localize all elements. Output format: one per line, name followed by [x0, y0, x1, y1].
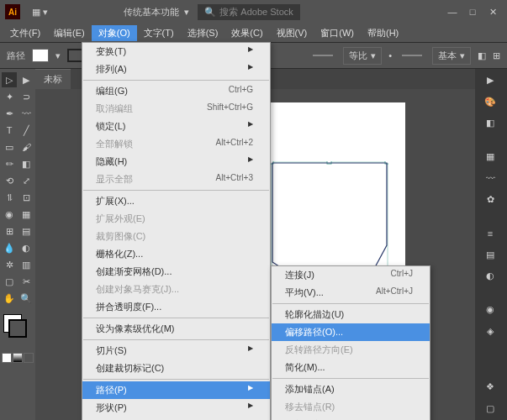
submenu-divide-below[interactable]: 分割下方对象(D): [272, 416, 430, 420]
opacity-icon[interactable]: ◧: [478, 50, 486, 61]
submenu-simplify[interactable]: 简化(M)...: [272, 359, 430, 376]
artboards-panel-icon[interactable]: ▢: [478, 401, 502, 417]
menu-gradient-mesh[interactable]: 创建渐变网格(D)...: [82, 263, 270, 281]
color-guide-panel-icon[interactable]: ◧: [478, 115, 502, 131]
menu-pixel-perfect[interactable]: 设为像素级优化(M): [82, 320, 270, 338]
symbols-panel-icon[interactable]: ✿: [478, 192, 502, 207]
menu-ungroup[interactable]: 取消编组Shift+Ctrl+G: [82, 100, 270, 118]
shape-builder-tool[interactable]: ◉: [2, 207, 17, 222]
menu-hide[interactable]: 隐藏(H): [82, 153, 270, 171]
stroke-profile[interactable]: [402, 55, 422, 56]
submenu-join[interactable]: 连接(J)Ctrl+J: [272, 266, 430, 284]
column-graph-tool[interactable]: ▥: [18, 257, 34, 272]
submenu-add-anchor[interactable]: 添加锚点(A): [272, 381, 430, 398]
perspective-grid-tool[interactable]: ▦: [18, 207, 34, 222]
color-mode-none[interactable]: [24, 353, 34, 363]
blend-tool[interactable]: ◐: [18, 240, 34, 255]
direct-selection-tool[interactable]: ▶: [18, 72, 34, 87]
menu-edit[interactable]: 编辑(E): [47, 25, 92, 41]
type-tool[interactable]: T: [2, 123, 17, 138]
document-tab[interactable]: 未标: [35, 69, 71, 89]
width-tool[interactable]: ⥮: [2, 190, 17, 205]
submenu-average[interactable]: 平均(V)...Alt+Ctrl+J: [272, 284, 430, 302]
paintbrush-tool[interactable]: 🖌: [18, 139, 34, 155]
slice-tool[interactable]: ✂: [18, 274, 34, 289]
scale-tool[interactable]: ⤢: [18, 173, 34, 188]
menu-view[interactable]: 视图(V): [270, 25, 314, 41]
submenu-remove-anchor[interactable]: 移去锚点(R): [272, 398, 430, 416]
menu-path[interactable]: 路径(P): [82, 381, 270, 399]
menu-slice[interactable]: 切片(S): [82, 342, 270, 360]
free-transform-tool[interactable]: ⊡: [18, 190, 34, 205]
scale-dropdown[interactable]: 等比 ▾: [343, 47, 382, 65]
workspace-switcher[interactable]: 传统基本功能▾: [124, 6, 189, 18]
chevron-down-icon[interactable]: ▾: [55, 50, 61, 61]
stroke-color[interactable]: [8, 319, 27, 338]
menu-rasterize[interactable]: 栅格化(Z)...: [82, 245, 270, 263]
menu-crop-image[interactable]: 裁剪图像(C): [82, 228, 270, 245]
submenu-reverse[interactable]: 反转路径方向(E): [272, 341, 430, 359]
lasso-tool[interactable]: ⊃: [18, 89, 34, 104]
swatches-panel-icon[interactable]: ▦: [478, 149, 502, 165]
color-mode-solid[interactable]: [2, 353, 12, 363]
submenu-offset-path[interactable]: 偏移路径(O)...: [272, 323, 430, 341]
menu-expand[interactable]: 扩展(X)...: [82, 192, 270, 210]
menu-lock[interactable]: 锁定(L): [82, 118, 270, 135]
appearance-panel-icon[interactable]: ◉: [478, 302, 502, 318]
shaper-tool[interactable]: ✏: [2, 156, 17, 171]
symbol-sprayer-tool[interactable]: ✲: [2, 257, 17, 272]
selection-tool[interactable]: ▷: [2, 72, 17, 87]
magic-wand-tool[interactable]: ✦: [2, 89, 17, 104]
gradient-tool[interactable]: ▤: [18, 223, 34, 239]
menu-mosaic[interactable]: 创建对象马赛克(J)...: [82, 281, 270, 298]
menu-unlock-all[interactable]: 全部解锁Alt+Ctrl+2: [82, 135, 270, 153]
eyedropper-tool[interactable]: 💧: [2, 240, 17, 255]
brushes-panel-icon[interactable]: 〰: [478, 170, 502, 186]
curvature-tool[interactable]: 〰: [18, 106, 34, 121]
eraser-tool[interactable]: ◧: [18, 156, 34, 171]
color-panel-icon[interactable]: 🎨: [478, 93, 502, 109]
rotate-tool[interactable]: ⟲: [2, 173, 17, 188]
maximize-button[interactable]: □: [463, 5, 482, 18]
artboard-tool[interactable]: ▢: [2, 274, 17, 289]
minimize-button[interactable]: —: [443, 5, 462, 18]
hand-tool[interactable]: ✋: [2, 291, 17, 306]
graphic-styles-panel-icon[interactable]: ◈: [478, 323, 502, 339]
close-button[interactable]: ✕: [483, 5, 502, 18]
menu-show-all[interactable]: 显示全部Alt+Ctrl+3: [82, 171, 270, 188]
transparency-panel-icon[interactable]: ◐: [478, 268, 502, 284]
adobe-stock-search[interactable]: 🔍 搜索 Adobe Stock: [198, 4, 299, 20]
submenu-outline-stroke[interactable]: 轮廓化描边(U): [272, 306, 430, 323]
mesh-tool[interactable]: ⊞: [2, 223, 17, 239]
menu-arrange[interactable]: 排列(A): [82, 60, 270, 78]
menu-shape[interactable]: 形状(P): [82, 399, 270, 417]
rectangle-tool[interactable]: ▭: [2, 139, 17, 155]
menu-effect[interactable]: 效果(C): [224, 25, 269, 41]
color-swatches[interactable]: [2, 312, 34, 343]
menu-group[interactable]: 编组(G)Ctrl+G: [82, 82, 270, 100]
menu-window[interactable]: 窗口(W): [314, 25, 361, 41]
gradient-panel-icon[interactable]: ▤: [478, 246, 502, 262]
brush-preview[interactable]: [313, 55, 333, 56]
menu-help[interactable]: 帮助(H): [361, 25, 405, 41]
menu-select[interactable]: 选择(S): [181, 25, 225, 41]
color-mode-gradient[interactable]: [13, 353, 23, 363]
stroke-panel-icon[interactable]: ≡: [478, 225, 502, 241]
menu-object[interactable]: 对象(O): [92, 25, 137, 41]
line-tool[interactable]: ╱: [18, 123, 34, 138]
align-icon[interactable]: ⊞: [493, 50, 500, 61]
menu-file[interactable]: 文件(F): [3, 25, 47, 41]
properties-panel-icon[interactable]: ▶: [478, 72, 502, 88]
menu-trim-marks[interactable]: 创建裁切标记(C): [82, 360, 270, 377]
menu-flatten[interactable]: 拼合透明度(F)...: [82, 298, 270, 316]
toolbar-icon[interactable]: ▦ ▾: [32, 7, 48, 18]
menu-type[interactable]: 文字(T): [137, 25, 181, 41]
zoom-tool[interactable]: 🔍: [18, 291, 34, 306]
menu-expand-appearance[interactable]: 扩展外观(E): [82, 210, 270, 228]
menu-transform[interactable]: 变换(T): [82, 43, 270, 60]
menu-pattern[interactable]: 图案(E): [82, 417, 270, 420]
fill-swatch[interactable]: [32, 49, 49, 62]
layers-panel-icon[interactable]: ❖: [478, 379, 502, 395]
pen-tool[interactable]: ✒: [2, 106, 17, 121]
color-mode-buttons[interactable]: [2, 353, 34, 363]
